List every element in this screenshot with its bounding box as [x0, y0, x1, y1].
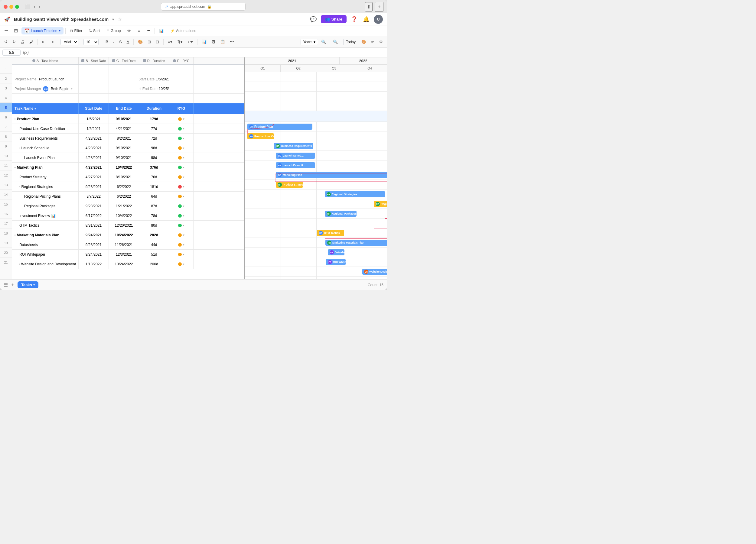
- start-cell-13[interactable]: 9/23/2021: [79, 182, 109, 191]
- end-cell-11[interactable]: 10/4/2022: [109, 163, 139, 172]
- ryg-cell-10[interactable]: ▾: [169, 153, 194, 162]
- task-cell-15[interactable]: Regional Packages: [12, 201, 79, 211]
- row4-start[interactable]: [79, 94, 109, 103]
- halign-button[interactable]: ≡▾: [166, 38, 174, 45]
- user-avatar[interactable]: U: [374, 15, 383, 24]
- zoom-out-button[interactable]: 🔍−: [319, 38, 330, 45]
- dur-cell-14[interactable]: 64d: [139, 192, 169, 201]
- row2-ryg-empty[interactable]: [169, 74, 194, 84]
- row3-manager[interactable]: Project Manager BB Beth Bigide ▾: [12, 84, 79, 93]
- row-num-18[interactable]: 18: [0, 229, 12, 238]
- task-row-10[interactable]: Launch Event Plan4/28/20219/10/202198d▾: [12, 153, 244, 163]
- comment-button[interactable]: 💬: [309, 15, 318, 24]
- ryg-cell-8[interactable]: ▾: [169, 134, 194, 143]
- add-sheet-button[interactable]: ＋: [10, 282, 15, 288]
- ryg-cell-18[interactable]: ▾: [169, 230, 194, 240]
- gantt-bar-regional-pkg[interactable]: RR Regional Packages: [325, 211, 357, 217]
- ryg-caret-6[interactable]: ▾: [183, 118, 184, 121]
- end-cell-12[interactable]: 8/10/2021: [109, 172, 139, 182]
- align-left-button[interactable]: ⇤: [40, 38, 47, 45]
- ryg-caret-14[interactable]: ▾: [183, 195, 184, 198]
- task-row-11[interactable]: ▪Marketing Plan4/27/202110/4/2022376d▾: [12, 163, 244, 172]
- gantt-row-21[interactable]: CC Website Design and ...: [245, 267, 387, 276]
- gantt-row-20[interactable]: PP ROI Whitepaper: [245, 257, 387, 267]
- ryg-caret-21[interactable]: ▾: [183, 263, 184, 266]
- header-start-cell[interactable]: Start Date: [79, 103, 109, 114]
- gantt-row-10[interactable]: BB Launch Event P...: [245, 161, 387, 170]
- ryg-caret-15[interactable]: ▾: [183, 205, 184, 208]
- end-cell-18[interactable]: 10/24/2022: [109, 230, 139, 240]
- task-cell-18[interactable]: ▪Marketing Materials Plan: [12, 230, 79, 240]
- ryg-caret-20[interactable]: ▾: [183, 253, 184, 256]
- help-button[interactable]: ❓: [350, 15, 359, 24]
- task-row-15[interactable]: Regional Packages9/23/20211/21/202287d▾: [12, 201, 244, 211]
- start-cell-18[interactable]: 9/24/2021: [79, 230, 109, 240]
- bar-chart-button[interactable]: 📊: [200, 38, 208, 45]
- task-cell-14[interactable]: Regional Pricing Plans: [12, 192, 79, 201]
- gantt-bar-gtm[interactable]: BB GTM Tactics: [317, 230, 344, 236]
- gantt-row-12[interactable]: RR Product Strategy: [245, 180, 387, 190]
- borders-button[interactable]: ⊞: [146, 38, 153, 45]
- start-cell-19[interactable]: 9/28/2021: [79, 240, 109, 249]
- gantt-row-7[interactable]: BB Product Use Case Definition: [245, 132, 387, 141]
- ryg-caret-13[interactable]: ▾: [183, 185, 184, 188]
- grid-view-button[interactable]: ⊞: [12, 27, 20, 35]
- row3-start-empty[interactable]: [79, 84, 109, 93]
- end-cell-16[interactable]: 10/4/2022: [109, 211, 139, 220]
- row-num-17[interactable]: 17: [0, 219, 12, 229]
- manager-dropdown[interactable]: ▾: [71, 87, 73, 90]
- row-num-19[interactable]: 19: [0, 238, 12, 248]
- row-num-8[interactable]: 8: [0, 132, 12, 142]
- task-cell-19[interactable]: Datasheets: [12, 240, 79, 249]
- gantt-row-13[interactable]: RR Regional Strategies: [245, 190, 387, 199]
- row1-dur[interactable]: [139, 65, 169, 74]
- row-num-7[interactable]: 7: [0, 122, 12, 132]
- hamburger-menu-button[interactable]: ☰: [2, 27, 10, 35]
- task-row-13[interactable]: ▪Regional Strategies9/23/20216/2/2022181…: [12, 182, 244, 192]
- task-row-19[interactable]: Datasheets9/28/202111/26/202144d▾: [12, 240, 244, 250]
- task-cell-20[interactable]: ROI Whitepaper: [12, 250, 79, 259]
- row-num-15[interactable]: 15: [0, 200, 12, 209]
- dur-cell-12[interactable]: 76d: [139, 172, 169, 182]
- start-cell-9[interactable]: 4/28/2021: [79, 143, 109, 153]
- size-select[interactable]: 10: [83, 39, 99, 45]
- ryg-cell-14[interactable]: ▾: [169, 192, 194, 201]
- gantt-row-9[interactable]: BB Launch Sched...: [245, 151, 387, 161]
- more-options-button[interactable]: •••: [144, 28, 153, 34]
- formula-input[interactable]: [31, 50, 385, 55]
- dur-cell-21[interactable]: 200d: [139, 259, 169, 269]
- tasks-sheet-tab[interactable]: Tasks ▾: [18, 281, 38, 288]
- gantt-bar-mktg-mat[interactable]: RR Marketing Materials Plan: [325, 240, 387, 246]
- task-row-14[interactable]: Regional Pricing Plans3/7/20226/2/202264…: [12, 192, 244, 201]
- ryg-cell-7[interactable]: ▾: [169, 124, 194, 133]
- ryg-cell-21[interactable]: ▾: [169, 259, 194, 269]
- ryg-cell-20[interactable]: ▾: [169, 250, 194, 259]
- ryg-cell-19[interactable]: ▾: [169, 240, 194, 249]
- ryg-caret-12[interactable]: ▾: [183, 176, 184, 179]
- gantt-row-15[interactable]: RR Regional Packages: [245, 209, 387, 219]
- gantt-bar-use-case[interactable]: BB Product Use Case Definition: [247, 133, 274, 139]
- row-num-14[interactable]: 14: [0, 190, 12, 200]
- ryg-caret-9[interactable]: ▾: [183, 147, 184, 150]
- task-row-7[interactable]: Product Use Case Definition1/5/20214/21/…: [12, 124, 244, 134]
- task-cell-11[interactable]: ▪Marketing Plan: [12, 163, 79, 172]
- end-cell-7[interactable]: 4/21/2021: [109, 124, 139, 133]
- header-task-cell[interactable]: Task Name ▾: [12, 103, 79, 114]
- start-cell-7[interactable]: 1/5/2021: [79, 124, 109, 133]
- gantt-row-11[interactable]: BB Marketing Plan: [245, 170, 387, 180]
- row3-ryg-empty[interactable]: [169, 84, 194, 93]
- task-row-20[interactable]: ROI Whitepaper9/24/202112/3/202151d▾: [12, 250, 244, 259]
- task-cell-10[interactable]: Launch Event Plan: [12, 153, 79, 162]
- gantt-bar-regional-pricing[interactable]: RR Regional Pricin...: [374, 201, 387, 207]
- url-box[interactable]: ↗ app.spreadsheet.com 🔒: [161, 3, 246, 11]
- strikethrough-button[interactable]: S: [117, 38, 124, 45]
- col-header-duration[interactable]: D - Duration: [139, 57, 169, 64]
- more-fmt-button[interactable]: •••: [228, 38, 236, 45]
- task-cell-6[interactable]: ▪Product Plan: [12, 114, 79, 124]
- gantt-row-19[interactable]: PP Datasheets: [245, 248, 387, 257]
- end-cell-9[interactable]: 9/10/2021: [109, 143, 139, 153]
- row2-end-empty[interactable]: [109, 74, 139, 84]
- ryg-cell-16[interactable]: ▾: [169, 211, 194, 220]
- task-cell-21[interactable]: ▪Website Design and Development: [12, 259, 79, 269]
- sidebar-toggle-button[interactable]: ⬜: [24, 4, 31, 10]
